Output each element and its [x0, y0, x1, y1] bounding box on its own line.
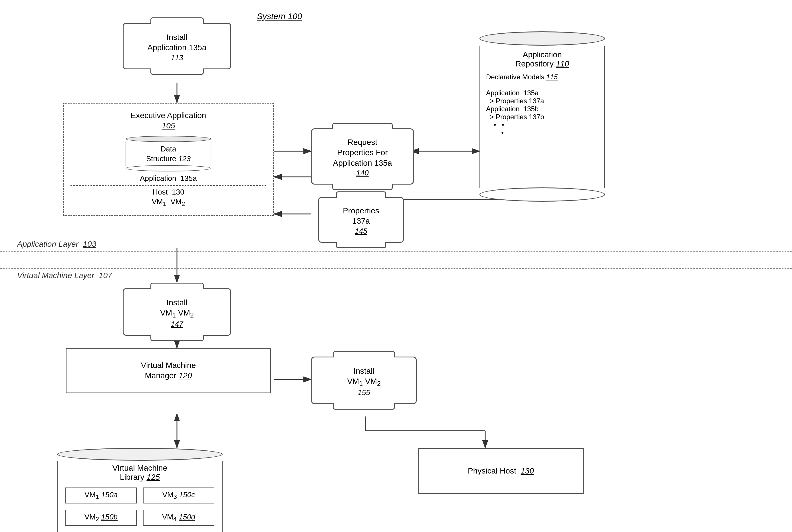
exec-app-label: Executive Application105 [71, 110, 266, 131]
vm3-box: VM3 150c [143, 488, 214, 504]
install-vm1-label: InstallVM1 VM2 [129, 298, 225, 320]
app-repository-node: ApplicationRepository 110 Declarative Mo… [479, 31, 605, 202]
app-repo-label: ApplicationRepository 110 [515, 50, 569, 69]
install-vm2-node: InstallVM1 VM2 155 [311, 351, 417, 404]
exec-app-app135a: Application 135a [71, 174, 266, 184]
vm2-box: VM2 150b [66, 510, 137, 526]
install-vm1-ref: 147 [129, 320, 225, 329]
vm-layer-label: Virtual Machine Layer 107 [17, 271, 112, 280]
diagram: System 100 [0, 0, 792, 532]
request-props-label: RequestProperties ForApplication 135a [316, 137, 408, 168]
install-app-node: InstallApplication 135a 113 [123, 17, 231, 69]
physical-host-label: Physical Host 130 [430, 466, 571, 476]
install-app-label: InstallApplication 135a [129, 32, 225, 53]
request-props-ref: 140 [316, 168, 408, 178]
properties-node: Properties137a 145 [318, 191, 404, 243]
system-label: System 100 [257, 12, 302, 21]
vm-library-label: Virtual MachineLibrary 125 [112, 463, 167, 482]
executive-app-node: Executive Application105 DataStructure 1… [63, 103, 274, 216]
install-vm2-label: InstallVM1 VM2 [318, 366, 410, 388]
vm-library-node: Virtual MachineLibrary 125 VM1 150a VM3 … [57, 448, 223, 532]
app-repo-decl: Declarative Models 115 Application 135a … [486, 73, 598, 137]
vm-layer-line [0, 268, 792, 269]
vm1-box: VM1 150a [66, 488, 137, 504]
install-vm2-ref: 155 [318, 388, 410, 398]
exec-app-host: Host 130VM1 VM2 [71, 187, 266, 208]
request-props-node: RequestProperties ForApplication 135a 14… [311, 123, 414, 185]
vm4-box: VM4 150d [143, 510, 214, 526]
install-app-ref: 113 [129, 53, 225, 63]
application-layer-label: Application Layer 103 [17, 240, 96, 249]
install-vm1-node: InstallVM1 VM2 147 [123, 282, 231, 336]
vm-manager-node: Virtual MachineManager 120 [66, 348, 271, 393]
properties-label: Properties137a [324, 206, 399, 227]
physical-host-node: Physical Host 130 [418, 448, 584, 494]
application-layer-line [0, 251, 792, 252]
vm-manager-label: Virtual MachineManager 120 [73, 360, 263, 381]
properties-ref: 145 [324, 227, 399, 236]
